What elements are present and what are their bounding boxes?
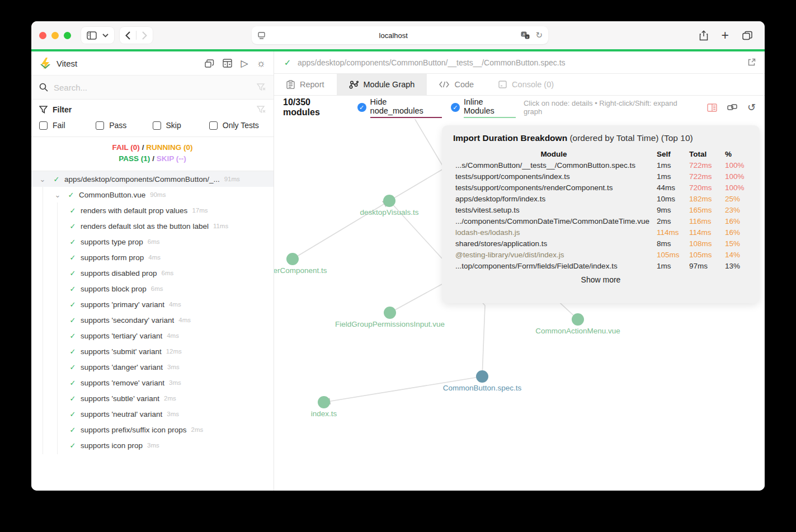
module-cell: ...s/CommonButton/__tests__/CommonButton…	[453, 159, 654, 171]
tree-row-test[interactable]: ✓supports 'danger' variant3ms	[31, 359, 274, 375]
share-icon[interactable]	[699, 30, 708, 41]
module-graph[interactable]: desktopVisuals.tsrenderComponent.tsField…	[274, 119, 765, 491]
tree-row-test[interactable]: ✓supports 'secondary' variant4ms	[31, 312, 274, 328]
running-count: RUNNING (0)	[146, 143, 192, 152]
tab-report[interactable]: Report	[274, 74, 337, 95]
forward-button[interactable]	[142, 31, 147, 40]
graph-node-commonactionmenu-vue[interactable]	[572, 313, 584, 326]
address-bar[interactable]: localhost Ax ↻	[252, 26, 548, 44]
clear-search-filter-icon[interactable]	[257, 83, 266, 91]
tree-row-test[interactable]: ✓renders default slot as the button labe…	[31, 218, 274, 234]
toggle-hide-node-modules[interactable]: ✓Hide node_modules	[357, 97, 442, 118]
tree-row-test[interactable]: ✓supports 'remove' variant3ms	[31, 375, 274, 390]
table-row[interactable]: ...top/components/Form/fields/FieldDate/…	[453, 260, 748, 271]
graph-node-commonbutton-spec-ts[interactable]	[476, 370, 488, 383]
table-row[interactable]: ...s/CommonButton/__tests__/CommonButton…	[453, 159, 748, 171]
checked-circle-icon[interactable]: ✓	[357, 103, 366, 112]
window-controls	[39, 32, 71, 39]
filter-checkbox-fail[interactable]: Fail	[39, 121, 96, 130]
tree-row-suite[interactable]: ⌄ ✓ CommonButton.vue 90ms	[31, 187, 274, 203]
tree-row-test[interactable]: ✓supports disabled prop6ms	[31, 265, 274, 281]
divider	[136, 31, 136, 40]
table-row[interactable]: @testing-library/vue/dist/index.js105ms1…	[453, 249, 748, 260]
checkbox-icon[interactable]	[153, 121, 161, 130]
theme-toggle-icon[interactable]: ☼	[257, 58, 266, 69]
table-row[interactable]: shared/stores/application.ts8ms108ms15%	[453, 238, 748, 249]
tree-row-test[interactable]: ✓supports type prop6ms	[31, 234, 274, 249]
breakdown-table-icon[interactable]	[707, 103, 717, 112]
check-icon: ✓	[283, 58, 292, 68]
graph-node-index-ts[interactable]	[318, 396, 330, 408]
external-link-icon[interactable]	[747, 58, 756, 67]
col-header-pct: %	[723, 149, 748, 159]
filter-checkbox-skip[interactable]: Skip	[153, 121, 209, 130]
tab-label: Report	[300, 80, 324, 89]
table-row[interactable]: apps/desktop/form/index.ts10ms182ms25%	[453, 193, 748, 204]
collapse-panels-icon[interactable]	[205, 59, 214, 68]
back-button[interactable]	[125, 31, 130, 40]
table-row[interactable]: tests/support/components/index.ts1ms722m…	[453, 171, 748, 182]
reload-icon[interactable]: ↻	[535, 30, 543, 40]
pct-cell: 14%	[723, 249, 748, 260]
run-all-icon[interactable]: ▷	[241, 58, 248, 69]
checked-circle-icon[interactable]: ✓	[451, 103, 460, 112]
tree-row-test[interactable]: ✓supports form prop4ms	[31, 249, 274, 265]
filter-checkbox-only-tests[interactable]: Only Tests	[209, 121, 266, 130]
tree-row-test[interactable]: ✓supports icon prop3ms	[31, 437, 274, 453]
checkbox-icon[interactable]	[39, 121, 48, 130]
checkbox-icon[interactable]	[209, 121, 218, 130]
test-name: supports 'remove' variant	[81, 379, 164, 387]
tab-module-graph[interactable]: Module Graph	[337, 74, 427, 95]
tab-console-0[interactable]: Console (0)	[486, 74, 566, 95]
search-input[interactable]	[54, 83, 257, 92]
chevron-down-icon[interactable]: ⌄	[39, 175, 46, 183]
check-icon: ✓	[68, 285, 77, 293]
sidebar-toggle-icon[interactable]	[87, 31, 97, 40]
new-tab-button[interactable]: +	[722, 28, 729, 43]
graph-edge	[389, 168, 444, 201]
tree-row-test[interactable]: ✓supports 'submit' variant12ms	[31, 343, 274, 359]
tree-row-file[interactable]: ⌄ ✓ apps/desktop/components/CommonButton…	[31, 171, 274, 187]
tab-code[interactable]: Code	[427, 74, 486, 95]
module-count: 10/350 modules	[283, 97, 350, 117]
chevron-down-icon[interactable]	[102, 34, 109, 37]
tree-row-test[interactable]: ✓supports 'neutral' variant3ms	[31, 406, 274, 422]
toggle-label: Inline Modules	[464, 97, 516, 118]
check-icon: ✓	[68, 332, 77, 340]
tree-row-test[interactable]: ✓supports prefix/suffix icon props2ms	[31, 422, 274, 437]
test-name: supports block prop	[81, 285, 147, 293]
url-text[interactable]: localhost	[266, 31, 521, 40]
graph-node-desktopvisuals-ts[interactable]	[383, 195, 395, 207]
chevron-down-icon[interactable]: ⌄	[54, 191, 62, 199]
table-row[interactable]: lodash-es/lodash.js114ms114ms16%	[453, 227, 748, 238]
reset-graph-icon[interactable]: ↺	[747, 101, 756, 114]
duration: 2ms	[164, 395, 176, 402]
graph-node-rendercomponent-ts[interactable]	[286, 253, 299, 265]
tree-row-test[interactable]: ✓renders with default prop values17ms	[31, 203, 274, 218]
table-row[interactable]: tests/vitest.setup.ts9ms165ms23%	[453, 204, 748, 215]
clear-filter-icon[interactable]	[257, 106, 266, 114]
tree-row-test[interactable]: ✓supports 'primary' variant4ms	[31, 296, 274, 312]
zoom-window-button[interactable]	[64, 32, 71, 39]
panel-subtitle: (ordered by Total Time) (Top 10)	[569, 133, 693, 143]
checkbox-icon[interactable]	[96, 121, 104, 130]
tree-row-test[interactable]: ✓supports 'tertiary' variant4ms	[31, 328, 274, 343]
tree-row-test[interactable]: ✓supports block prop6ms	[31, 281, 274, 296]
self-cell: 1ms	[654, 171, 687, 182]
table-row[interactable]: .../components/CommonDateTime/CommonDate…	[453, 215, 748, 227]
tab-overview-icon[interactable]	[742, 31, 752, 40]
dashboard-icon[interactable]	[223, 59, 232, 68]
graph-node-fieldgrouppermissionsinput-vue[interactable]	[384, 307, 396, 319]
translate-icon[interactable]: Ax	[521, 31, 530, 39]
page-settings-icon[interactable]	[257, 32, 266, 39]
filter-checkbox-pass[interactable]: Pass	[96, 121, 152, 130]
toggle-inline-modules[interactable]: ✓Inline Modules	[451, 97, 516, 118]
tree-row-test[interactable]: ✓supports 'subtle' variant2ms	[31, 390, 274, 406]
table-row[interactable]: tests/support/components/renderComponent…	[453, 182, 748, 193]
graph-layout-icon[interactable]	[727, 103, 737, 112]
sidebar-toggle-group	[81, 27, 114, 44]
show-more-button[interactable]: Show more	[453, 275, 748, 284]
check-icon: ✓	[68, 206, 77, 215]
close-window-button[interactable]	[39, 32, 46, 39]
minimize-window-button[interactable]	[51, 32, 59, 39]
